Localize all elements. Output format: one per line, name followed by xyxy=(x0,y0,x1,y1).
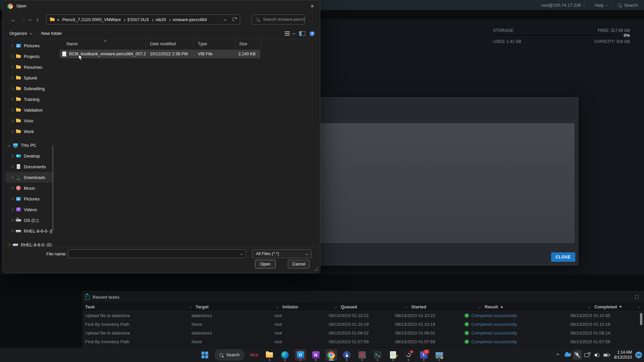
close-button[interactable]: CLOSE xyxy=(551,252,575,262)
forward-button[interactable] xyxy=(18,17,28,22)
breadcrumb-segment[interactable]: vmware-perccli64 xyxy=(172,17,208,22)
column-header-size[interactable]: Size xyxy=(235,40,261,48)
file-name-input[interactable] xyxy=(68,249,246,258)
sidebar-item-music[interactable]: Music xyxy=(5,183,52,193)
taskbar-teams-icon[interactable]: 2 xyxy=(418,349,429,361)
column-header-queued[interactable]: Queued xyxy=(341,304,411,309)
preview-pane-icon[interactable] xyxy=(299,31,305,36)
tray-network-icon[interactable] xyxy=(583,350,591,360)
cancel-button[interactable]: Cancel xyxy=(288,260,310,268)
sidebar-item-splunk[interactable]: Splunk xyxy=(5,72,52,83)
chevron-right-icon[interactable] xyxy=(10,165,13,168)
chevron-down-icon[interactable] xyxy=(189,305,192,308)
chevron-down-icon[interactable] xyxy=(478,305,481,308)
chevron-down-icon[interactable] xyxy=(405,305,408,308)
task-row[interactable]: Upload file to datastoredatastore1root08… xyxy=(82,329,644,338)
chevron-right-icon[interactable] xyxy=(10,119,13,122)
start-button[interactable] xyxy=(199,349,211,361)
chevron-right-icon[interactable] xyxy=(10,130,13,133)
chevron-right-icon[interactable] xyxy=(10,186,13,189)
chevron-down-icon[interactable] xyxy=(276,305,279,308)
chevron-down-icon[interactable] xyxy=(588,305,591,308)
chevron-right-icon[interactable] xyxy=(10,229,13,232)
recent-locations-chevron[interactable] xyxy=(28,18,33,20)
task-row[interactable]: Find By Inventory PathNoneroot08/13/2023… xyxy=(82,338,644,346)
chevron-right-icon[interactable] xyxy=(10,154,13,157)
taskbar-keepass-icon[interactable] xyxy=(341,349,352,361)
expand-icon[interactable] xyxy=(635,295,639,299)
sidebar-item-documents[interactable]: Documents xyxy=(5,161,52,172)
tray-onedrive-icon[interactable] xyxy=(563,350,572,360)
help-icon[interactable] xyxy=(310,31,315,36)
sidebar-item-os-c[interactable]: OS (C:) xyxy=(5,215,52,226)
tray-battery-icon[interactable] xyxy=(602,350,611,360)
taskbar-outlook-icon[interactable] xyxy=(294,349,306,361)
sidebar-item-rhel-8-6-0-d[interactable]: RHEL-8-6-0- (D:) xyxy=(5,239,52,247)
sidebar-item-pictures[interactable]: Pictures xyxy=(5,40,52,51)
taskbar-terminal-icon[interactable] xyxy=(372,349,383,361)
notification-badge[interactable]: 24 xyxy=(635,352,642,358)
chevron-right-icon[interactable] xyxy=(10,55,13,58)
chevron-right-icon[interactable] xyxy=(10,108,13,111)
esxi-user-menu[interactable]: root@100.74.17.238 xyxy=(541,3,585,8)
sidebar-item-downloads[interactable]: Downloads xyxy=(5,172,52,183)
breadcrumb-segment[interactable]: vib20 xyxy=(155,17,167,22)
column-header-date-modified[interactable]: Date modified xyxy=(146,40,194,48)
file-row[interactable]: BCM_bootbank_vmware-perccli64_007.2... 1… xyxy=(60,50,260,58)
tray-chevron-up-icon[interactable] xyxy=(553,350,562,360)
dialog-titlebar[interactable]: Open xyxy=(3,0,320,12)
sidebar-item-visio[interactable]: Visio xyxy=(5,115,52,126)
sidebar-item-this-pc[interactable]: This PC xyxy=(5,140,52,150)
back-button[interactable] xyxy=(9,17,18,22)
sidebar-item-work[interactable]: Work xyxy=(5,126,52,137)
taskbar-file-explorer-icon[interactable] xyxy=(264,349,275,361)
column-header-target[interactable]: Target xyxy=(196,304,282,309)
taskbar-obs-icon[interactable] xyxy=(402,349,414,361)
scrollbar[interactable] xyxy=(640,313,642,325)
new-folder-button[interactable]: New folder xyxy=(41,31,62,36)
sidebar-item-projects[interactable]: Projects xyxy=(5,51,52,62)
taskbar-notepad-icon[interactable] xyxy=(387,349,398,361)
taskbar-clock[interactable]: 1:14 AM 8/13/2023 xyxy=(614,350,632,360)
view-mode-icon[interactable] xyxy=(285,32,290,36)
dialog-search-box[interactable]: Search vmware-perccli64 xyxy=(252,14,305,24)
taskbar-remote-icon[interactable] xyxy=(433,349,445,361)
sidebar-item-validation[interactable]: Validation xyxy=(5,105,52,115)
column-header-initiator[interactable]: Initiator xyxy=(282,304,341,309)
open-button[interactable]: Open xyxy=(255,260,276,268)
collapsed-path-icon[interactable] xyxy=(57,17,59,22)
resize-grip[interactable] xyxy=(314,267,318,271)
chevron-down-icon[interactable] xyxy=(334,305,337,308)
column-header-task[interactable]: Task xyxy=(85,304,196,309)
chevron-right-icon[interactable] xyxy=(10,176,13,179)
column-header-type[interactable]: Type xyxy=(194,40,235,48)
refresh-icon[interactable] xyxy=(232,17,237,22)
sidebar-item-desktop[interactable]: Desktop xyxy=(5,150,52,161)
sidebar-item-pictures[interactable]: Pictures xyxy=(5,193,52,204)
column-header-started[interactable]: Started xyxy=(411,304,485,309)
chevron-right-icon[interactable] xyxy=(7,243,10,246)
tray-mic-muted-icon[interactable] xyxy=(573,350,582,360)
taskbar-chrome-icon[interactable] xyxy=(325,349,337,361)
sidebar-item-subnetting[interactable]: Subnetting xyxy=(5,83,52,94)
column-header-name[interactable]: Name xyxy=(60,40,146,48)
chevron-right-icon[interactable] xyxy=(10,219,13,222)
taskbar-onenote-icon[interactable] xyxy=(310,349,321,361)
close-icon[interactable] xyxy=(305,0,320,12)
file-type-select[interactable]: All Files (*.*) xyxy=(252,249,312,258)
chevron-right-icon[interactable] xyxy=(10,65,13,68)
chevron-down-icon[interactable] xyxy=(292,32,295,35)
sidebar-scrollbar[interactable] xyxy=(52,145,53,230)
chevron-down-icon[interactable] xyxy=(638,305,640,308)
breadcrumb-segment[interactable]: ESXi7.0U3 xyxy=(127,17,150,22)
esxi-help-menu[interactable]: Help xyxy=(595,3,608,8)
column-header-result[interactable]: Result xyxy=(485,304,594,309)
sidebar-item-training[interactable]: Training xyxy=(5,94,52,105)
sidebar-item-resumes[interactable]: Resumes xyxy=(5,62,52,72)
sidebar-item-videos[interactable]: Videos xyxy=(5,204,52,215)
chevron-right-icon[interactable] xyxy=(10,87,13,90)
address-bar[interactable]: Perccli_7.2110.0000_VMWareESXi7.0U3vib20… xyxy=(46,14,240,24)
tray-volume-icon[interactable] xyxy=(592,350,601,360)
taskbar-app-gem-icon[interactable] xyxy=(356,349,368,361)
chevron-right-icon[interactable] xyxy=(10,98,13,101)
